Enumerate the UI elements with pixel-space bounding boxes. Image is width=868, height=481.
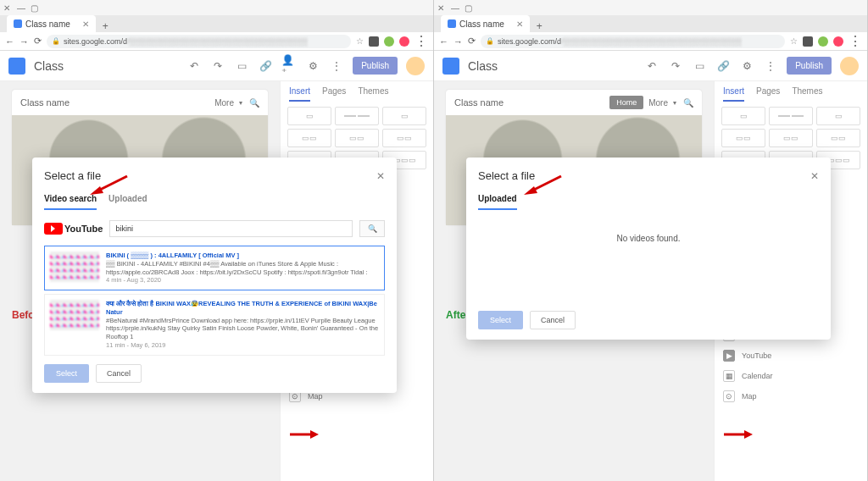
- layout-option[interactable]: ▭: [816, 107, 860, 125]
- extension-icon[interactable]: [833, 36, 843, 47]
- url-bar[interactable]: 🔒 sites.google.com/d /▒▒▒▒▒▒▒▒▒▒▒▒▒▒▒▒▒▒…: [47, 35, 351, 48]
- browser-menu-icon[interactable]: ⋮: [849, 33, 862, 49]
- layout-option[interactable]: [769, 107, 813, 125]
- tab-insert[interactable]: Insert: [723, 86, 744, 102]
- select-button[interactable]: Select: [44, 364, 89, 383]
- cancel-button[interactable]: Cancel: [96, 364, 142, 383]
- preview-icon[interactable]: ▭: [234, 58, 249, 74]
- more-dropdown[interactable]: More: [214, 98, 234, 108]
- user-avatar[interactable]: [840, 57, 859, 75]
- link-icon[interactable]: 🔗: [258, 58, 273, 74]
- page-title[interactable]: Class name: [454, 97, 609, 108]
- extension-icon[interactable]: [803, 36, 813, 47]
- sites-appbar: Class ↶ ↷ ▭ 🔗 ⚙ ⋮ Publish: [434, 51, 867, 81]
- document-name[interactable]: Class: [468, 59, 636, 73]
- tab-themes[interactable]: Themes: [792, 86, 822, 102]
- window-max-icon[interactable]: ▢: [31, 3, 39, 12]
- tab-themes[interactable]: Themes: [358, 86, 388, 102]
- new-tab-button[interactable]: +: [537, 20, 542, 32]
- undo-icon[interactable]: ↶: [186, 58, 202, 74]
- dialog-close-icon[interactable]: ✕: [376, 170, 385, 182]
- menu-map[interactable]: ⊙Map: [721, 386, 860, 406]
- new-tab-button[interactable]: +: [103, 20, 108, 32]
- youtube-search-input[interactable]: [109, 220, 353, 237]
- search-icon[interactable]: 🔍: [249, 98, 259, 108]
- bookmark-star-icon[interactable]: ☆: [790, 36, 798, 46]
- more-menu-icon[interactable]: ⋮: [763, 58, 778, 74]
- tab-close-icon[interactable]: ✕: [516, 19, 523, 29]
- page-title[interactable]: Class name: [20, 97, 214, 108]
- nav-forward-icon[interactable]: →: [19, 36, 29, 47]
- undo-icon[interactable]: ↶: [644, 58, 659, 74]
- redo-icon[interactable]: ↷: [210, 58, 225, 74]
- home-button[interactable]: Home: [609, 96, 643, 109]
- search-result[interactable]: क्या और कैसे होता है BIKINI WAX😰REVEALIN…: [44, 294, 385, 356]
- user-avatar[interactable]: [406, 57, 425, 75]
- settings-icon[interactable]: ⚙: [739, 58, 754, 74]
- more-menu-icon[interactable]: ⋮: [329, 58, 344, 74]
- nav-reload-icon[interactable]: ⟳: [34, 36, 42, 47]
- layout-option[interactable]: ▭: [721, 107, 765, 125]
- extension-icon[interactable]: [369, 36, 379, 47]
- window-min-icon[interactable]: —: [17, 3, 25, 12]
- browser-tab[interactable]: Class name ✕: [441, 15, 530, 32]
- layout-option[interactable]: ▭▭: [816, 129, 860, 147]
- layout-option[interactable]: [335, 107, 379, 125]
- layout-option[interactable]: ▭▭: [335, 129, 379, 147]
- chevron-down-icon[interactable]: ▾: [239, 99, 242, 107]
- dialog-footer: Select Cancel: [44, 364, 385, 383]
- window-close-icon[interactable]: ✕: [437, 3, 446, 12]
- sites-logo-icon[interactable]: [442, 58, 459, 75]
- window-min-icon[interactable]: —: [451, 3, 459, 12]
- extension-icon[interactable]: [399, 36, 409, 47]
- settings-icon[interactable]: ⚙: [305, 58, 320, 74]
- window-close-icon[interactable]: ✕: [3, 3, 12, 12]
- nav-back-icon[interactable]: ←: [439, 36, 448, 47]
- window-max-icon[interactable]: ▢: [465, 3, 473, 12]
- more-dropdown[interactable]: More: [648, 98, 668, 108]
- tab-insert[interactable]: Insert: [289, 86, 310, 102]
- tab-close-icon[interactable]: ✕: [82, 19, 89, 29]
- layout-option[interactable]: ▭▭: [721, 129, 765, 147]
- document-name[interactable]: Class: [34, 59, 178, 73]
- search-result[interactable]: BIKINI ( ▒▒▒▒ ) : 4ALLFAMILY [ Official …: [44, 246, 385, 290]
- svg-marker-0: [90, 186, 103, 195]
- tab-pages[interactable]: Pages: [322, 86, 346, 102]
- nav-back-icon[interactable]: ←: [5, 36, 14, 47]
- menu-calendar[interactable]: ▦Calendar: [721, 366, 860, 386]
- select-button[interactable]: Select: [478, 311, 523, 329]
- calendar-icon: ▦: [723, 370, 735, 382]
- os-titlebar: ✕ — ▢: [0, 0, 433, 15]
- youtube-search-button[interactable]: 🔍: [359, 220, 385, 237]
- publish-button[interactable]: Publish: [353, 57, 398, 75]
- url-bar[interactable]: 🔒 sites.google.com/d /▒▒▒▒▒▒▒▒▒▒▒▒▒▒▒▒▒▒…: [481, 35, 785, 48]
- bookmark-star-icon[interactable]: ☆: [356, 36, 364, 46]
- browser-menu-icon[interactable]: ⋮: [415, 33, 428, 49]
- layout-option[interactable]: ▭▭: [382, 129, 426, 147]
- redo-icon[interactable]: ↷: [668, 58, 683, 74]
- extension-icon[interactable]: [384, 36, 394, 47]
- cancel-button[interactable]: Cancel: [530, 311, 576, 329]
- layout-option[interactable]: ▭▭: [769, 129, 813, 147]
- nav-forward-icon[interactable]: →: [453, 36, 463, 47]
- workarea: Class name Home More ▾ 🔍 What are the le…: [434, 81, 867, 481]
- tab-pages[interactable]: Pages: [756, 86, 780, 102]
- nav-reload-icon[interactable]: ⟳: [468, 36, 476, 47]
- layout-option[interactable]: ▭: [287, 107, 331, 125]
- chevron-down-icon[interactable]: ▾: [673, 99, 676, 107]
- extension-icon[interactable]: [818, 36, 828, 47]
- tab-uploaded[interactable]: Uploaded: [478, 189, 517, 210]
- layout-option[interactable]: ▭: [382, 107, 426, 125]
- menu-youtube[interactable]: ▶YouTube: [721, 346, 860, 366]
- search-icon[interactable]: 🔍: [683, 98, 693, 108]
- dialog-close-icon[interactable]: ✕: [810, 170, 819, 182]
- publish-button[interactable]: Publish: [787, 57, 832, 75]
- preview-icon[interactable]: ▭: [692, 58, 707, 74]
- sites-logo-icon[interactable]: [8, 58, 25, 75]
- link-icon[interactable]: 🔗: [715, 58, 731, 74]
- layout-option[interactable]: ▭▭: [287, 129, 331, 147]
- share-icon[interactable]: 👤⁺: [281, 58, 297, 74]
- url-text: sites.google.com/d: [498, 37, 561, 46]
- browser-tab[interactable]: Class name ✕: [7, 15, 96, 32]
- browser-toolbar: ← → ⟳ 🔒 sites.google.com/d /▒▒▒▒▒▒▒▒▒▒▒▒…: [434, 32, 867, 51]
